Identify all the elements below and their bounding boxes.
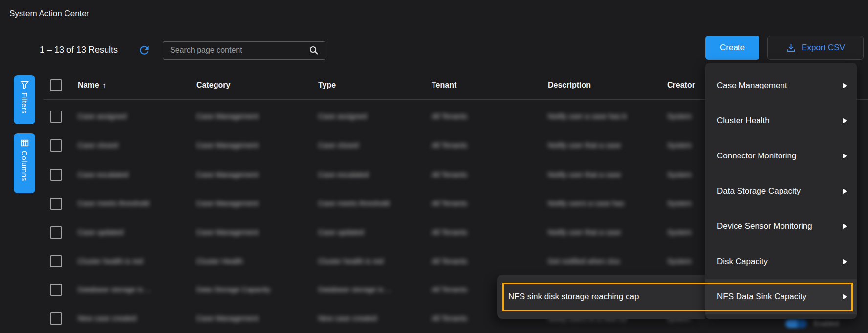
create-menu-item-cluster-health[interactable]: Cluster Health: [705, 103, 857, 138]
export-csv-label: Export CSV: [802, 43, 845, 53]
create-menu-item-disk-capacity[interactable]: Disk Capacity: [705, 244, 857, 279]
create-button[interactable]: Create: [705, 36, 760, 60]
cell-name: New case created: [78, 314, 136, 322]
cell-description: Get notified when clus: [548, 257, 620, 265]
cell-tenant: All Tenants: [432, 112, 467, 120]
row-checkbox[interactable]: [50, 284, 62, 296]
cell-category: Case Management: [196, 228, 259, 236]
download-icon: [786, 43, 796, 53]
cell-description: Notify users a case has: [548, 199, 624, 207]
row-checkbox[interactable]: [50, 255, 62, 267]
cell-name: Case updated: [78, 228, 123, 236]
cell-name: Cluster health is red: [78, 257, 143, 265]
export-csv-button[interactable]: Export CSV: [767, 36, 864, 60]
sort-asc-icon: ↑: [103, 81, 107, 89]
refresh-button[interactable]: [138, 44, 151, 57]
refresh-icon: [138, 44, 151, 57]
create-menu-panel: Case ManagementCluster HealthConnector M…: [705, 63, 857, 319]
system-action-center-page: System Action Center 1 – 13 of 13 Result…: [0, 0, 868, 333]
submenu-arrow-icon: [843, 189, 847, 194]
cell-description: Notify user that a case: [548, 141, 621, 149]
cell-name: Case assigned: [78, 112, 126, 120]
menu-item-label: Cluster Health: [717, 116, 770, 126]
cell-name: Case closed: [78, 141, 118, 149]
enabled-toggle-label: Enabled: [814, 319, 839, 327]
filters-tab-label: Filters: [21, 92, 29, 114]
menu-item-label: Connector Monitoring: [717, 151, 797, 161]
cell-description: Notify user that a case: [548, 228, 621, 236]
cell-name: Case meets threshold: [78, 199, 149, 207]
row-checkbox[interactable]: [50, 198, 62, 210]
menu-item-label: NFS Data Sink Capacity: [717, 292, 806, 302]
cell-category: Cluster Health: [196, 257, 243, 265]
row-checkbox[interactable]: [50, 169, 62, 181]
cell-category: Data Storage Capacity: [196, 285, 270, 293]
row-checkbox[interactable]: [50, 226, 62, 239]
submenu-arrow-icon: [843, 83, 847, 88]
cell-tenant: All Tenants: [432, 199, 467, 207]
submenu-arrow-icon: [843, 224, 847, 229]
cell-type: Case updated: [318, 228, 364, 236]
cell-creator: System: [667, 112, 692, 120]
columns-tab-label: Columns: [21, 151, 29, 181]
column-header-tenant[interactable]: Tenant: [432, 81, 456, 89]
cell-type: Case closed: [318, 141, 359, 149]
row-checkbox[interactable]: [50, 312, 62, 325]
cell-description: Notify user a case has b: [548, 112, 627, 120]
row-checkbox[interactable]: [50, 139, 62, 152]
cell-type: Case meets threshold: [318, 199, 390, 207]
submenu-arrow-icon: [843, 118, 847, 123]
cell-type: Cluster health is red: [318, 257, 383, 265]
cell-category: Case Management: [196, 141, 259, 149]
cell-tenant: All Tenants: [432, 257, 467, 265]
columns-tab[interactable]: Columns: [14, 133, 35, 193]
column-header-type[interactable]: Type: [318, 81, 336, 89]
cell-tenant: All Tenants: [432, 314, 467, 322]
cell-category: Case Management: [196, 314, 259, 322]
cell-creator: System: [667, 199, 692, 207]
enabled-toggle[interactable]: [785, 319, 807, 328]
cell-creator: System: [667, 170, 692, 178]
cell-type: Case assigned: [318, 112, 367, 120]
submenu-arrow-icon: [843, 154, 847, 158]
columns-grid-icon: [21, 139, 29, 147]
search-input[interactable]: [163, 46, 308, 55]
column-header-creator[interactable]: Creator: [667, 81, 695, 89]
cell-tenant: All Tenants: [432, 141, 467, 149]
cell-description: Notify user that a case: [548, 170, 621, 178]
create-menu-item-data-storage-capacity[interactable]: Data Storage Capacity: [705, 174, 857, 209]
create-menu-item-connector-monitoring[interactable]: Connector Monitoring: [705, 138, 857, 174]
filter-funnel-icon: [21, 81, 29, 89]
cell-category: Case Management: [196, 170, 259, 178]
submenu-arrow-icon: [843, 259, 847, 264]
cell-category: Case Management: [196, 199, 259, 207]
create-menu-item-nfs-data-sink-capacity[interactable]: NFS Data Sink Capacity: [705, 279, 857, 314]
column-header-category[interactable]: Category: [196, 81, 230, 89]
cell-category: Case Management: [196, 112, 259, 120]
search-icon: [308, 45, 319, 56]
create-submenu-panel: NFS sink disk storage reaching cap: [497, 275, 705, 319]
cell-tenant: All Tenants: [432, 285, 467, 293]
select-all-checkbox[interactable]: [50, 79, 62, 91]
row-checkbox[interactable]: [50, 111, 62, 123]
submenu-item-nfs-sink-disk-storage[interactable]: NFS sink disk storage reaching cap: [508, 292, 639, 302]
column-header-name[interactable]: Name↑: [78, 81, 106, 89]
cell-creator: System: [667, 257, 692, 265]
cell-creator: System: [667, 141, 692, 149]
create-menu-item-device-sensor-monitoring[interactable]: Device Sensor Monitoring: [705, 209, 857, 244]
cell-type: Case escalated: [318, 170, 369, 178]
cell-type: Database storage is ...: [318, 285, 391, 293]
column-header-description[interactable]: Description: [548, 81, 591, 89]
submenu-arrow-icon: [843, 294, 847, 299]
menu-item-label: Case Management: [717, 81, 787, 90]
filters-tab[interactable]: Filters: [14, 75, 35, 124]
cell-tenant: All Tenants: [432, 228, 467, 236]
search-box: [163, 41, 326, 60]
menu-item-label: Data Storage Capacity: [717, 186, 801, 196]
create-menu-item-case-management[interactable]: Case Management: [705, 68, 857, 103]
cell-name: Database storage is ...: [78, 285, 151, 293]
cell-type: New case created: [318, 314, 377, 322]
results-count: 1 – 13 of 13 Results: [40, 45, 118, 55]
cell-creator: System: [667, 228, 692, 236]
page-title: System Action Center: [9, 9, 89, 19]
